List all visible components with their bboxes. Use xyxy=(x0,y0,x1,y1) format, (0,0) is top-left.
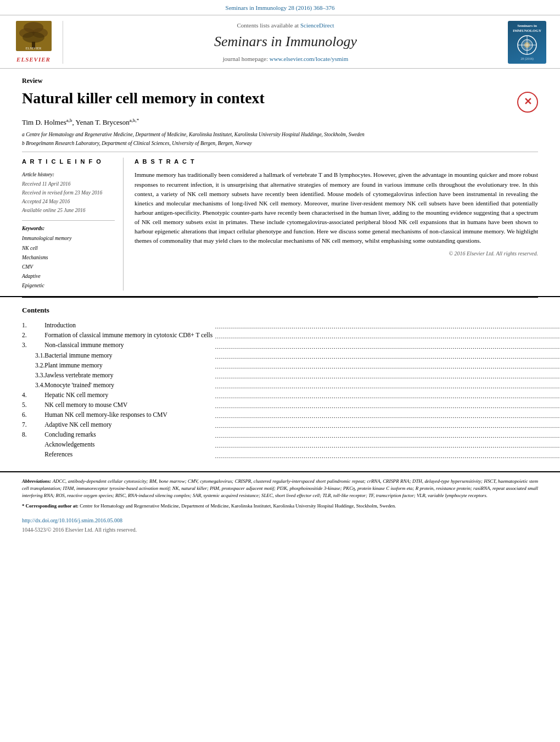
toc-dots: …………………………………………………………………………………………………………… xyxy=(212,381,560,390)
toc-row: Acknowledgements ……………………………………………………………… xyxy=(22,440,560,450)
toc-num: 3.3. xyxy=(22,371,44,381)
toc-num: 5. xyxy=(22,400,44,410)
journal-name: Seminars in Immunology xyxy=(69,32,502,52)
elsevier-tree-icon: ELSEVIER xyxy=(16,21,52,51)
article-two-col: A R T I C L E I N F O Article history: R… xyxy=(22,152,538,291)
toc-title: Formation of classical immune memory in … xyxy=(44,331,212,341)
toc-row: 7. Adaptive NK cell memory …………………………………… xyxy=(22,420,560,430)
article-history: Article history: Received 11 April 2016 … xyxy=(22,170,115,215)
article-info-header: A R T I C L E I N F O xyxy=(22,158,115,166)
toc-num: 6. xyxy=(22,410,44,420)
toc-dots: …………………………………………………………………………………………………………… xyxy=(212,440,560,450)
toc-row: 3.1. Bacterial immune memory ……………………………… xyxy=(22,351,560,361)
toc-dots: …………………………………………………………………………………………………………… xyxy=(212,390,560,400)
toc-title: Bacterial immune memory xyxy=(44,351,212,361)
toc-num xyxy=(22,450,44,460)
toc-row: 8. Concluding remarks ………………………………………………… xyxy=(22,430,560,440)
toc-row: 3. Non-classical immune memory ………………………… xyxy=(22,341,560,350)
corresponding-footnote: * Corresponding author at: Centre for He… xyxy=(22,503,538,510)
journal-homepage: journal homepage: www.elsevier.com/locat… xyxy=(69,55,502,63)
toc-title: Introduction xyxy=(44,321,212,331)
journal-citation-link[interactable]: Seminars in Immunology 28 (2016) 368–376 xyxy=(226,4,335,11)
corresponding-label: * Corresponding author at: xyxy=(22,503,79,509)
toc-num: 4. xyxy=(22,390,44,400)
toc-row: 4. Hepatic NK cell memory ……………………………………… xyxy=(22,390,560,400)
issn-line: 1044-5323/© 2016 Elsevier Ltd. All right… xyxy=(22,526,538,534)
history-label: Article history: xyxy=(22,170,115,179)
elsevier-logo: ELSEVIER ELSEVIER xyxy=(11,21,63,64)
toc-num: 3.4. xyxy=(22,381,44,390)
toc-title: Human NK cell memory-like responses to C… xyxy=(44,410,212,420)
doi-link[interactable]: http://dx.doi.org/10.1016/j.smim.2016.05… xyxy=(22,517,538,525)
abstract-header: A B S T R A C T xyxy=(135,158,538,166)
toc-row: 3.2. Plant immune memory ………………………………………… xyxy=(22,361,560,371)
crossmark-icon: ✕ xyxy=(524,95,532,109)
keyword-1: Immunological memory xyxy=(22,234,115,243)
toc-title: References xyxy=(44,450,212,460)
crossmark-badge: ✕ xyxy=(517,92,538,113)
authors-line: Tim D. Holmesa,b, Yenan T. Brycesona,b,* xyxy=(22,117,538,128)
keyword-6: Epigenetic xyxy=(22,281,115,291)
toc-dots: …………………………………………………………………………………………………………… xyxy=(212,400,560,410)
toc-num: 2. xyxy=(22,331,44,341)
toc-table: 1. Introduction ………………………………………………………………… xyxy=(22,321,560,460)
toc-title: Adaptive NK cell memory xyxy=(44,420,212,430)
abstract-text: Immune memory has traditionally been con… xyxy=(135,170,538,245)
toc-dots: …………………………………………………………………………………………………………… xyxy=(212,450,560,460)
toc-title: Concluding remarks xyxy=(44,430,212,440)
abbreviations-footnote: Abbreviations: ADCC, antibody-dependent … xyxy=(22,478,538,500)
toc-title: Non-classical immune memory xyxy=(44,341,212,350)
toc-num xyxy=(22,440,44,450)
footnotes-section: Abbreviations: ADCC, antibody-dependent … xyxy=(0,471,560,513)
keyword-5: Adaptive xyxy=(22,272,115,281)
corresponding-text: Centre for Hematology and Regenerative M… xyxy=(79,503,396,509)
history-online: Available online 25 June 2016 xyxy=(22,206,115,215)
article-info-col: A R T I C L E I N F O Article history: R… xyxy=(22,158,124,291)
toc-dots: …………………………………………………………………………………………………………… xyxy=(212,321,560,331)
keyword-list: Immunological memory NK cell Mechanisms … xyxy=(22,234,115,291)
toc-dots: …………………………………………………………………………………………………………… xyxy=(212,331,560,341)
toc-dots: …………………………………………………………………………………………………………… xyxy=(212,351,560,361)
history-accepted: Accepted 24 May 2016 xyxy=(22,197,115,206)
toc-row: References ……………………………………………………………………………… xyxy=(22,450,560,460)
immunology-logo-right: Seminars inIMMUNOLOGY 28 (2016) xyxy=(508,21,549,64)
keyword-3: Mechanisms xyxy=(22,253,115,263)
toc-dots: …………………………………………………………………………………………………………… xyxy=(212,371,560,381)
journal-main-header: ELSEVIER ELSEVIER Contents lists availab… xyxy=(0,15,560,69)
article-type-label: Review xyxy=(22,76,538,86)
toc-num: 3.2. xyxy=(22,361,44,371)
contents-title: Contents xyxy=(22,305,538,315)
toc-row: 3.4. Monocyte 'trained' memory ………………………… xyxy=(22,381,560,390)
abstract-col: A B S T R A C T Immune memory has tradit… xyxy=(135,158,538,291)
svg-text:ELSEVIER: ELSEVIER xyxy=(25,47,41,50)
toc-num: 3.1. xyxy=(22,351,44,361)
keyword-4: CMV xyxy=(22,263,115,272)
homepage-url[interactable]: www.elsevier.com/locate/ysmim xyxy=(270,55,348,62)
journal-top-header: Seminars in Immunology 28 (2016) 368–376 xyxy=(0,0,560,15)
toc-row: 3.3. Jawless vertebrate memory ………………………… xyxy=(22,371,560,381)
toc-dots: …………………………………………………………………………………………………………… xyxy=(212,420,560,430)
contents-available-text: Contents lists available at ScienceDirec… xyxy=(69,21,502,30)
sciencedirect-link[interactable]: ScienceDirect xyxy=(300,22,334,29)
journal-title-center: Contents lists available at ScienceDirec… xyxy=(69,21,502,64)
toc-num: 7. xyxy=(22,420,44,430)
affiliation-b: b Broegelmann Research Laboratory, Depar… xyxy=(22,140,538,147)
toc-dots: …………………………………………………………………………………………………………… xyxy=(212,410,560,420)
toc-title: Monocyte 'trained' memory xyxy=(44,381,212,390)
keywords-label: Keywords: xyxy=(22,225,115,232)
toc-title: Acknowledgements xyxy=(44,440,212,450)
abbrev-label: Abbreviations: xyxy=(22,478,51,484)
toc-row: 2. Formation of classical immune memory … xyxy=(22,331,560,341)
history-received: Received 11 April 2016 xyxy=(22,180,115,188)
keyword-2: NK cell xyxy=(22,244,115,253)
toc-title: NK cell memory to mouse CMV xyxy=(44,400,212,410)
toc-row: 1. Introduction ………………………………………………………………… xyxy=(22,321,560,331)
article-content: Review Natural killer cell memory in con… xyxy=(0,69,560,297)
toc-row: 5. NK cell memory to mouse CMV ………………………… xyxy=(22,400,560,410)
toc-num: 8. xyxy=(22,430,44,440)
toc-title: Jawless vertebrate memory xyxy=(44,371,212,381)
toc-dots: …………………………………………………………………………………………………………… xyxy=(212,341,560,350)
keywords-section: Keywords: Immunological memory NK cell M… xyxy=(22,220,115,291)
abbrev-text: ADCC, antibody-dependent cellular cytoto… xyxy=(22,478,538,498)
svg-point-4 xyxy=(23,32,44,43)
